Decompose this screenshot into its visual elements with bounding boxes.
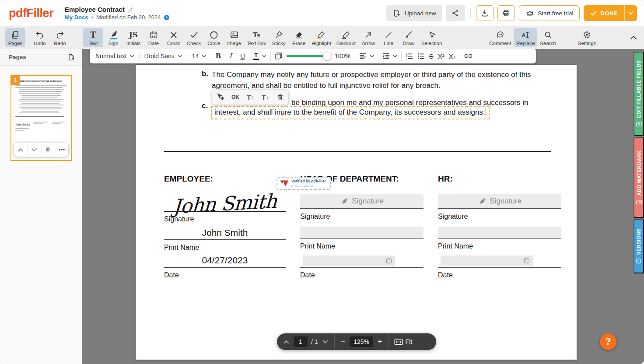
edit-fillable-fields-tab[interactable]: EDIT FILLABLE FIELDS	[634, 52, 644, 136]
indent-dropdown[interactable]	[380, 50, 399, 62]
zoom-in-button[interactable]: +	[377, 338, 383, 346]
feather-icon	[478, 198, 486, 205]
tool-check[interactable]: Check	[184, 28, 204, 47]
bold-button[interactable]: B	[213, 50, 223, 62]
share-button[interactable]	[446, 5, 465, 21]
rename-pencil-icon[interactable]	[128, 7, 134, 13]
tool-sign[interactable]: Sign	[103, 28, 123, 47]
confirm-ok-button[interactable]: OK	[228, 91, 242, 103]
head-date-field[interactable]	[300, 256, 424, 268]
tool-blackout[interactable]: Blackout	[334, 28, 358, 47]
delete-text-button[interactable]	[273, 91, 287, 103]
tool-draw[interactable]: Draw	[399, 28, 419, 47]
versions-tab[interactable]: VERSIONS	[634, 219, 644, 273]
underline-button[interactable]: U	[238, 50, 247, 62]
tool-text[interactable]: T Text	[83, 28, 103, 47]
hr-date-box[interactable]	[441, 256, 533, 266]
page-more-options-button[interactable]	[55, 143, 68, 157]
subscript-button[interactable]: X₂	[447, 50, 458, 62]
italic-button[interactable]: I	[227, 50, 234, 62]
tool-highlight[interactable]: Highlight	[309, 28, 334, 47]
employee-date-field[interactable]: 04/27/2023	[164, 252, 286, 268]
delete-page-button[interactable]	[42, 143, 55, 157]
breadcrumb-my-docs[interactable]: My Docs	[65, 14, 88, 21]
tool-text-box[interactable]: T Text Box	[244, 28, 269, 47]
document-page[interactable]: b. The Company may notify any future or …	[136, 65, 577, 360]
employee-signature-field[interactable]: John Smith	[164, 185, 286, 212]
page-settings-icon[interactable]	[67, 53, 75, 61]
highlight-pen-icon	[316, 30, 326, 40]
verified-by-pdffiller-badge[interactable]: Verified by pdfFiller 04/27/2023	[276, 177, 331, 190]
upload-new-button[interactable]: Upload new	[386, 5, 442, 21]
start-free-trial-button[interactable]: Start free trial	[519, 5, 580, 21]
tool-image[interactable]: Image	[224, 28, 244, 47]
tool-sticky[interactable]: Sticky	[269, 28, 289, 47]
head-signature-button[interactable]: Signature	[300, 194, 424, 209]
paragraph-style-dropdown[interactable]: Normal text	[92, 50, 137, 62]
font-family-dropdown[interactable]: Droid Sans	[141, 50, 185, 62]
increase-font-button[interactable]: T↑	[243, 91, 257, 103]
download-button[interactable]	[476, 5, 494, 21]
head-print-name-field[interactable]	[300, 227, 424, 239]
employee-print-name-field[interactable]: John Smith	[164, 224, 286, 240]
fit-to-width-button[interactable]: Fit	[394, 338, 413, 345]
tool-pages[interactable]: Pages	[5, 28, 25, 47]
tool-line[interactable]: Line	[378, 28, 399, 47]
collapse-toolbar-button[interactable]	[627, 33, 640, 42]
tool-cross[interactable]: Cross	[164, 28, 184, 47]
opacity-slider-knob[interactable]	[323, 52, 332, 61]
decrease-font-button[interactable]: T↓	[258, 91, 272, 103]
done-dropdown-button[interactable]	[625, 5, 637, 21]
employee-print-name-value: John Smith	[202, 228, 248, 238]
add-watermark-tab[interactable]: A ADD WATERMARK	[634, 137, 644, 218]
done-split-button[interactable]: DONE	[584, 5, 637, 21]
hr-print-name-field[interactable]	[438, 227, 561, 239]
hr-signature-button[interactable]: Signature	[438, 194, 561, 209]
text-align-dropdown[interactable]	[357, 50, 376, 62]
tool-settings[interactable]: Settings	[575, 28, 599, 47]
history-clock-icon[interactable]	[164, 14, 170, 21]
move-page-down-button[interactable]	[28, 143, 41, 157]
tool-erase[interactable]: Erase	[289, 28, 309, 47]
tool-date[interactable]: Date	[144, 28, 164, 47]
selected-text-box[interactable]: interest, and shall inure to the benefit…	[211, 106, 490, 119]
strikethrough-button[interactable]: S	[427, 50, 436, 62]
comment-bubble-icon	[496, 30, 505, 40]
signature-column-hr: HR: Signature Signature Print Name Date	[438, 174, 561, 280]
done-button[interactable]: DONE	[584, 5, 624, 21]
previous-page-button[interactable]	[283, 339, 290, 345]
font-size-dropdown[interactable]: 14	[189, 50, 210, 62]
font-color-dropdown[interactable]: T	[251, 50, 269, 62]
move-text-button[interactable]	[214, 91, 228, 103]
tool-undo[interactable]: Undo	[30, 28, 50, 47]
move-page-up-button[interactable]	[14, 143, 28, 157]
tool-replace[interactable]: A Replace	[514, 28, 537, 47]
superscript-button[interactable]: X²	[436, 50, 447, 62]
tool-circle[interactable]: Circle	[204, 28, 224, 47]
document-canvas: b. The Company may notify any future or …	[82, 49, 644, 364]
help-button[interactable]: ?	[600, 333, 616, 350]
hr-date-field[interactable]	[438, 256, 561, 268]
tool-comment[interactable]: Comment	[486, 28, 514, 47]
print-button[interactable]	[497, 5, 515, 21]
tool-arrow[interactable]: Arrow	[358, 28, 378, 47]
page-thumbnail-1[interactable]: 1 EMPLOYEE NON-DISCLOSURE AGREEMENT	[10, 75, 72, 161]
text-format-toolbar: Normal text Droid Sans 14 B I U T 100%	[90, 49, 536, 63]
next-page-button[interactable]	[322, 339, 329, 345]
link-button[interactable]	[462, 50, 475, 62]
tool-redo[interactable]: Redo	[50, 28, 70, 47]
done-label: DONE	[600, 10, 618, 17]
numbered-list-button[interactable]: 123	[403, 50, 415, 62]
tool-selection[interactable]: Selection	[419, 28, 444, 47]
tool-search[interactable]: Search	[537, 28, 558, 47]
zoom-out-button[interactable]: −	[340, 338, 346, 346]
bullet-list-button[interactable]	[415, 50, 427, 62]
tool-initials[interactable]: JS Initials	[123, 28, 144, 47]
opacity-slider[interactable]	[287, 55, 330, 57]
zoom-level[interactable]: 125%	[350, 336, 373, 347]
svg-text:3: 3	[406, 57, 407, 59]
head-date-box[interactable]	[303, 256, 395, 266]
fit-label: Fit	[406, 338, 413, 345]
check-icon	[190, 30, 198, 40]
page-number-input[interactable]	[294, 336, 308, 347]
